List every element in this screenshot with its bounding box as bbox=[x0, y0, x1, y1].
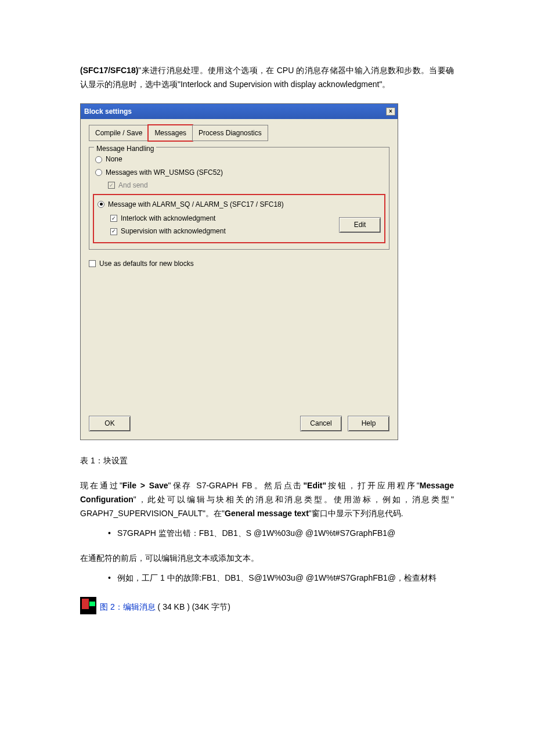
tab-process-diagnostics[interactable]: Process Diagnostics bbox=[192, 125, 268, 141]
radio-sfc52[interactable]: Messages with WR_USMSG (SFC52) bbox=[95, 167, 383, 178]
list-item: •S7GRAPH 监管出错：FB1、DB1、S @1W%03u@ @1W%t#S… bbox=[80, 527, 454, 541]
list-item: •例如，工厂 1 中的故障:FB1、DB1、S@1W%03u@ @1W%t#S7… bbox=[80, 571, 454, 585]
block-settings-dialog: Block settings × Compile / Save Messages… bbox=[80, 103, 398, 440]
attachment-icon[interactable] bbox=[80, 597, 96, 614]
cancel-button[interactable]: Cancel bbox=[300, 416, 342, 431]
radio-sfc52-label: Messages with WR_USMSG (SFC52) bbox=[106, 167, 223, 178]
bullet2-text: 例如，工厂 1 中的故障:FB1、DB1、S@1W%03u@ @1W%t#S7G… bbox=[117, 571, 436, 585]
bullet-list-2: •例如，工厂 1 中的故障:FB1、DB1、S@1W%03u@ @1W%t#S7… bbox=[80, 571, 454, 585]
bullet-icon: • bbox=[108, 571, 117, 585]
check-defaults-label: Use as defaults for new blocks bbox=[99, 258, 194, 269]
dialog-spacer bbox=[89, 271, 389, 408]
radio-none[interactable]: None bbox=[95, 153, 383, 165]
radio-icon bbox=[98, 201, 104, 208]
radio-none-label: None bbox=[106, 153, 122, 165]
check-and-send-label: And send bbox=[118, 179, 148, 191]
dialog-button-row: OK Cancel Help bbox=[81, 416, 398, 439]
edit-button[interactable]: Edit bbox=[339, 217, 381, 232]
checkbox-icon bbox=[89, 260, 96, 267]
figure-caption-1: 表 1：块设置 bbox=[80, 454, 454, 468]
radio-alarm[interactable]: Message with ALARM_SQ / ALARM_S (SFC17 /… bbox=[98, 199, 381, 210]
fieldset-legend: Message Handling bbox=[94, 143, 156, 154]
paragraph-save-edit: 现在通过"File > Save"保存 S7-GRAPH FB。然后点击"Edi… bbox=[80, 479, 454, 520]
ok-button[interactable]: OK bbox=[89, 416, 131, 431]
tab-bar: Compile / Save Messages Process Diagnost… bbox=[89, 125, 389, 141]
attachment-size: ( 34 KB ) (34K 字节) bbox=[158, 602, 230, 611]
dialog-titlebar: Block settings × bbox=[81, 104, 398, 119]
check-interlock-label: Interlock with acknowledgment bbox=[121, 213, 215, 224]
attachment-link[interactable]: 图 2：编辑消息 bbox=[100, 602, 156, 611]
message-handling-fieldset: Message Handling None Messages with WR_U… bbox=[89, 147, 389, 249]
tab-compile-save[interactable]: Compile / Save bbox=[89, 125, 149, 141]
highlighted-option-group: Message with ALARM_SQ / ALARM_S (SFC17 /… bbox=[93, 194, 385, 243]
tab-messages[interactable]: Messages bbox=[148, 125, 193, 141]
checkbox-icon bbox=[110, 215, 117, 222]
check-defaults[interactable]: Use as defaults for new blocks bbox=[89, 258, 389, 269]
attachment-row: 图 2：编辑消息 ( 34 KB ) (34K 字节) bbox=[80, 597, 454, 614]
paragraph-edit-text: 在通配符的前后，可以编辑消息文本或添加文本。 bbox=[80, 552, 454, 566]
checkbox-icon bbox=[108, 182, 115, 189]
bullet-list-1: •S7GRAPH 监管出错：FB1、DB1、S @1W%03u@ @1W%t#S… bbox=[80, 527, 454, 541]
check-supervision-label: Supervision with acknowledgment bbox=[121, 225, 226, 237]
check-supervision[interactable]: Supervision with acknowledgment bbox=[110, 225, 333, 237]
check-interlock[interactable]: Interlock with acknowledgment bbox=[110, 213, 333, 224]
check-and-send: And send bbox=[108, 179, 383, 191]
radio-icon bbox=[95, 169, 102, 176]
checkbox-icon bbox=[110, 228, 117, 235]
bullet1-text: S7GRAPH 监管出错：FB1、DB1、S @1W%03u@ @1W%t#S7… bbox=[117, 527, 395, 541]
close-icon[interactable]: × bbox=[386, 107, 395, 116]
radio-alarm-label: Message with ALARM_SQ / ALARM_S (SFC17 /… bbox=[108, 199, 284, 210]
dialog-title: Block settings bbox=[84, 106, 132, 117]
radio-icon bbox=[95, 156, 102, 163]
paragraph-intro: (SFC17/SFC18)"来进行消息处理。使用这个选项，在 CPU 的消息存储… bbox=[80, 64, 454, 92]
dialog-body: Compile / Save Messages Process Diagnost… bbox=[81, 119, 398, 416]
help-button[interactable]: Help bbox=[348, 416, 389, 431]
sfc-label: (SFC17/SFC18) bbox=[80, 66, 138, 75]
bullet-icon: • bbox=[108, 527, 117, 541]
